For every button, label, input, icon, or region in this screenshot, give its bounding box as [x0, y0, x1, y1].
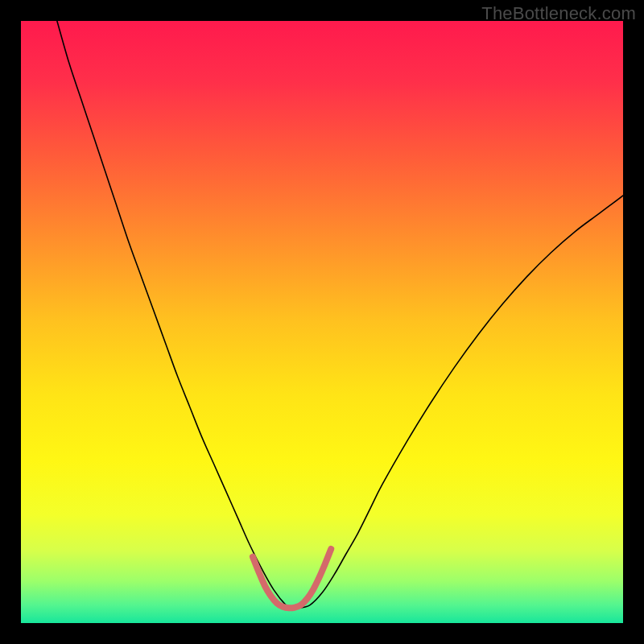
watermark-text: TheBottleneck.com: [481, 3, 636, 24]
plot-area: [21, 21, 623, 623]
bottleneck-curve: [21, 21, 623, 623]
chart-stage: TheBottleneck.com: [0, 0, 644, 644]
